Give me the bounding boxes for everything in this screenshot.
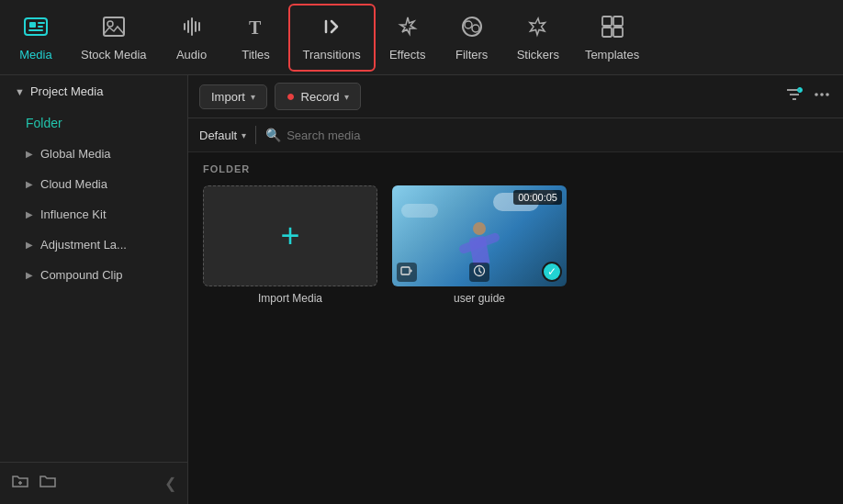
- svg-text:!: !: [798, 87, 799, 92]
- sidebar-item-global-media[interactable]: ▶ Global Media: [0, 139, 187, 169]
- sidebar-footer: ❮: [0, 462, 187, 504]
- sidebar-collapse-icon[interactable]: ❮: [164, 475, 176, 492]
- filter-icon[interactable]: !: [784, 84, 804, 109]
- sidebar-arrow-cloud: ▶: [26, 179, 33, 189]
- check-badge: ✓: [542, 262, 562, 282]
- nav-item-transitions[interactable]: Transitions: [288, 4, 376, 72]
- sidebar-label-global-media: Global Media: [40, 147, 111, 161]
- video-detail-icon: [469, 263, 489, 282]
- svg-point-22: [815, 93, 818, 96]
- transitions-icon: [319, 14, 344, 43]
- svg-rect-13: [602, 28, 612, 37]
- search-bar: Default ▾ 🔍: [188, 118, 843, 152]
- sidebar-arrow-compound: ▶: [26, 270, 33, 280]
- default-label: Default: [199, 129, 237, 142]
- import-media-label: Import Media: [258, 292, 322, 305]
- sidebar-arrow-influence: ▶: [26, 209, 33, 219]
- sidebar-label-compound-clip: Compound Clip: [40, 268, 123, 282]
- svg-point-10: [472, 25, 479, 32]
- sidebar-arrow-global: ▶: [26, 149, 33, 159]
- person-head: [473, 222, 486, 235]
- nav-item-stickers[interactable]: Stickers: [504, 4, 572, 72]
- add-folder-icon[interactable]: [11, 472, 29, 495]
- content-grid: FOLDER + Import Media: [188, 152, 843, 504]
- folder-section-label: FOLDER: [203, 163, 828, 174]
- sidebar-item-influence-kit[interactable]: ▶ Influence Kit: [0, 199, 187, 230]
- effects-icon: [395, 14, 421, 43]
- nav-item-effects[interactable]: Effects: [376, 4, 440, 72]
- svg-rect-25: [401, 267, 410, 274]
- search-input-wrap: 🔍: [265, 128, 832, 142]
- project-media-arrow: ▼: [15, 86, 25, 97]
- nav-label-stock-media: Stock Media: [81, 48, 147, 62]
- default-dropdown[interactable]: Default ▾: [199, 129, 246, 142]
- video-bottom-icons: ✓: [397, 262, 562, 282]
- cloud-3: [401, 204, 438, 218]
- media-icon: [23, 14, 49, 43]
- svg-marker-26: [410, 269, 412, 273]
- svg-rect-11: [602, 17, 612, 26]
- nav-label-effects: Effects: [389, 48, 426, 62]
- audio-icon: [179, 14, 205, 43]
- sidebar: ▼ Project Media Folder ▶ Global Media ▶ …: [0, 75, 188, 504]
- sidebar-item-compound-clip[interactable]: ▶ Compound Clip: [0, 260, 187, 290]
- project-media-label: Project Media: [30, 84, 103, 98]
- video-type-icon: [397, 263, 417, 282]
- nav-label-audio: Audio: [176, 48, 207, 62]
- sidebar-project-media[interactable]: ▼ Project Media: [0, 75, 187, 107]
- media-grid: + Import Media: [203, 185, 828, 305]
- video-media-tile[interactable]: 00:00:05: [392, 185, 567, 305]
- sidebar-label-cloud-media: Cloud Media: [40, 177, 107, 191]
- svg-point-6: [107, 21, 113, 27]
- search-divider: [255, 126, 256, 144]
- more-icon[interactable]: [812, 84, 832, 109]
- titles-icon: T: [243, 14, 269, 43]
- nav-item-titles[interactable]: T Titles: [224, 4, 288, 72]
- import-button[interactable]: Import ▾: [199, 84, 267, 109]
- svg-rect-14: [613, 28, 623, 37]
- nav-item-templates[interactable]: Templates: [572, 4, 652, 72]
- nav-item-audio[interactable]: Audio: [160, 4, 224, 72]
- search-input[interactable]: [287, 129, 832, 142]
- nav-item-media[interactable]: Media: [4, 4, 68, 72]
- svg-rect-12: [613, 17, 623, 26]
- nav-item-stock-media[interactable]: Stock Media: [68, 4, 160, 72]
- import-caret-icon: ▾: [251, 92, 255, 102]
- sidebar-label-adjustment-la: Adjustment La...: [40, 238, 127, 252]
- svg-point-9: [465, 21, 472, 28]
- sidebar-item-adjustment-la[interactable]: ▶ Adjustment La...: [0, 230, 187, 260]
- svg-text:T: T: [249, 17, 262, 38]
- video-thumb: 00:00:05: [392, 185, 567, 286]
- new-folder-icon[interactable]: [39, 472, 57, 495]
- toolbar-right: !: [784, 84, 832, 109]
- record-dot-icon: ●: [287, 88, 296, 105]
- sidebar-label-influence-kit: Influence Kit: [40, 207, 107, 221]
- record-button[interactable]: ● Record ▾: [275, 83, 362, 110]
- nav-label-templates: Templates: [585, 48, 639, 62]
- import-label: Import: [211, 90, 245, 104]
- toolbar: Import ▾ ● Record ▾ !: [188, 75, 843, 118]
- default-caret-icon: ▾: [242, 130, 246, 140]
- nav-label-stickers: Stickers: [517, 48, 559, 62]
- search-icon: 🔍: [265, 128, 281, 142]
- sidebar-item-cloud-media[interactable]: ▶ Cloud Media: [0, 169, 187, 199]
- nav-label-transitions: Transitions: [303, 48, 361, 62]
- sidebar-folder[interactable]: Folder: [0, 107, 187, 139]
- top-nav: Media Stock Media Audio T Titles: [0, 0, 843, 75]
- nav-label-titles: Titles: [242, 48, 270, 62]
- import-thumb: +: [203, 185, 377, 286]
- folder-label: Folder: [26, 116, 62, 130]
- nav-label-media: Media: [19, 48, 51, 62]
- record-label: Record: [301, 90, 340, 104]
- main-body: ▼ Project Media Folder ▶ Global Media ▶ …: [0, 75, 843, 504]
- templates-icon: [600, 14, 625, 43]
- nav-label-filters: Filters: [455, 48, 488, 62]
- svg-rect-1: [29, 22, 36, 28]
- svg-point-24: [826, 93, 829, 96]
- sidebar-arrow-adjustment: ▶: [26, 240, 33, 250]
- stock-media-icon: [101, 14, 127, 43]
- video-tile-label: user guide: [454, 292, 505, 305]
- svg-rect-5: [104, 17, 124, 36]
- nav-item-filters[interactable]: Filters: [440, 4, 504, 72]
- import-media-tile[interactable]: + Import Media: [203, 185, 377, 305]
